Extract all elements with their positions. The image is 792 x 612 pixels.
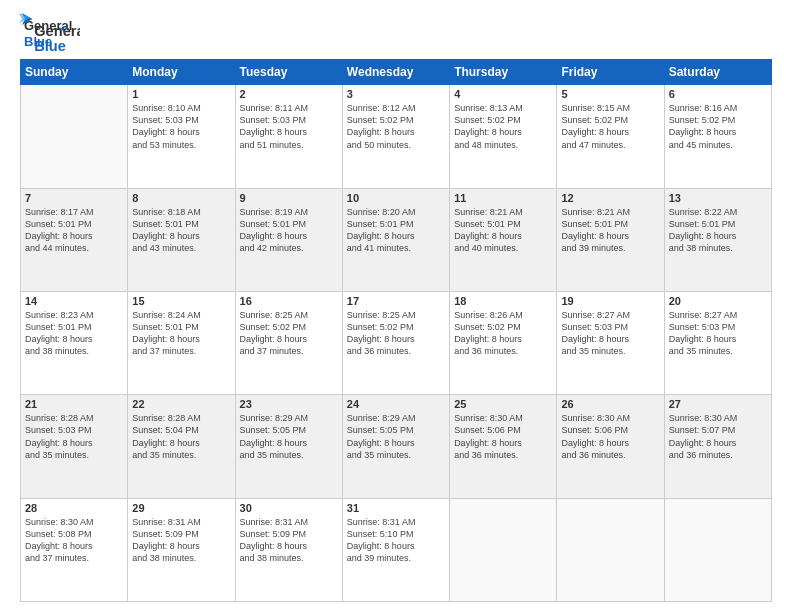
week-row-5: 28Sunrise: 8:30 AM Sunset: 5:08 PM Dayli…	[21, 498, 772, 601]
day-info: Sunrise: 8:27 AM Sunset: 5:03 PM Dayligh…	[561, 309, 659, 358]
day-number: 2	[240, 88, 338, 100]
calendar-cell: 27Sunrise: 8:30 AM Sunset: 5:07 PM Dayli…	[664, 395, 771, 498]
calendar-cell: 14Sunrise: 8:23 AM Sunset: 5:01 PM Dayli…	[21, 291, 128, 394]
day-number: 21	[25, 398, 123, 410]
calendar-cell: 12Sunrise: 8:21 AM Sunset: 5:01 PM Dayli…	[557, 188, 664, 291]
day-info: Sunrise: 8:31 AM Sunset: 5:09 PM Dayligh…	[240, 516, 338, 565]
calendar-cell: 5Sunrise: 8:15 AM Sunset: 5:02 PM Daylig…	[557, 85, 664, 188]
day-info: Sunrise: 8:18 AM Sunset: 5:01 PM Dayligh…	[132, 206, 230, 255]
calendar-cell: 3Sunrise: 8:12 AM Sunset: 5:02 PM Daylig…	[342, 85, 449, 188]
logo-icon: General Blue	[20, 18, 80, 54]
day-number: 29	[132, 502, 230, 514]
calendar-cell: 2Sunrise: 8:11 AM Sunset: 5:03 PM Daylig…	[235, 85, 342, 188]
day-info: Sunrise: 8:17 AM Sunset: 5:01 PM Dayligh…	[25, 206, 123, 255]
week-row-3: 14Sunrise: 8:23 AM Sunset: 5:01 PM Dayli…	[21, 291, 772, 394]
day-info: Sunrise: 8:27 AM Sunset: 5:03 PM Dayligh…	[669, 309, 767, 358]
col-header-thursday: Thursday	[450, 60, 557, 85]
day-info: Sunrise: 8:28 AM Sunset: 5:04 PM Dayligh…	[132, 412, 230, 461]
day-info: Sunrise: 8:19 AM Sunset: 5:01 PM Dayligh…	[240, 206, 338, 255]
day-info: Sunrise: 8:29 AM Sunset: 5:05 PM Dayligh…	[240, 412, 338, 461]
day-number: 11	[454, 192, 552, 204]
calendar-cell: 24Sunrise: 8:29 AM Sunset: 5:05 PM Dayli…	[342, 395, 449, 498]
day-number: 1	[132, 88, 230, 100]
day-info: Sunrise: 8:16 AM Sunset: 5:02 PM Dayligh…	[669, 102, 767, 151]
calendar-cell: 7Sunrise: 8:17 AM Sunset: 5:01 PM Daylig…	[21, 188, 128, 291]
col-header-wednesday: Wednesday	[342, 60, 449, 85]
day-number: 27	[669, 398, 767, 410]
calendar-cell: 15Sunrise: 8:24 AM Sunset: 5:01 PM Dayli…	[128, 291, 235, 394]
logo: General Blue General Blue	[20, 18, 34, 49]
calendar-cell: 25Sunrise: 8:30 AM Sunset: 5:06 PM Dayli…	[450, 395, 557, 498]
day-info: Sunrise: 8:11 AM Sunset: 5:03 PM Dayligh…	[240, 102, 338, 151]
day-number: 19	[561, 295, 659, 307]
calendar-cell: 23Sunrise: 8:29 AM Sunset: 5:05 PM Dayli…	[235, 395, 342, 498]
day-number: 9	[240, 192, 338, 204]
week-row-4: 21Sunrise: 8:28 AM Sunset: 5:03 PM Dayli…	[21, 395, 772, 498]
day-number: 30	[240, 502, 338, 514]
day-number: 18	[454, 295, 552, 307]
day-number: 10	[347, 192, 445, 204]
calendar-cell: 8Sunrise: 8:18 AM Sunset: 5:01 PM Daylig…	[128, 188, 235, 291]
day-number: 25	[454, 398, 552, 410]
day-number: 17	[347, 295, 445, 307]
col-header-saturday: Saturday	[664, 60, 771, 85]
day-number: 23	[240, 398, 338, 410]
day-number: 12	[561, 192, 659, 204]
day-info: Sunrise: 8:26 AM Sunset: 5:02 PM Dayligh…	[454, 309, 552, 358]
calendar-cell: 17Sunrise: 8:25 AM Sunset: 5:02 PM Dayli…	[342, 291, 449, 394]
day-number: 13	[669, 192, 767, 204]
week-row-2: 7Sunrise: 8:17 AM Sunset: 5:01 PM Daylig…	[21, 188, 772, 291]
calendar-cell: 13Sunrise: 8:22 AM Sunset: 5:01 PM Dayli…	[664, 188, 771, 291]
day-info: Sunrise: 8:30 AM Sunset: 5:07 PM Dayligh…	[669, 412, 767, 461]
header: General Blue General Blue	[20, 18, 772, 49]
day-number: 8	[132, 192, 230, 204]
col-header-sunday: Sunday	[21, 60, 128, 85]
day-info: Sunrise: 8:22 AM Sunset: 5:01 PM Dayligh…	[669, 206, 767, 255]
calendar-cell: 30Sunrise: 8:31 AM Sunset: 5:09 PM Dayli…	[235, 498, 342, 601]
day-number: 14	[25, 295, 123, 307]
calendar-cell: 9Sunrise: 8:19 AM Sunset: 5:01 PM Daylig…	[235, 188, 342, 291]
day-info: Sunrise: 8:31 AM Sunset: 5:10 PM Dayligh…	[347, 516, 445, 565]
day-info: Sunrise: 8:30 AM Sunset: 5:06 PM Dayligh…	[561, 412, 659, 461]
day-info: Sunrise: 8:31 AM Sunset: 5:09 PM Dayligh…	[132, 516, 230, 565]
day-info: Sunrise: 8:20 AM Sunset: 5:01 PM Dayligh…	[347, 206, 445, 255]
calendar-cell: 29Sunrise: 8:31 AM Sunset: 5:09 PM Dayli…	[128, 498, 235, 601]
calendar-cell	[21, 85, 128, 188]
day-number: 16	[240, 295, 338, 307]
day-number: 20	[669, 295, 767, 307]
day-info: Sunrise: 8:29 AM Sunset: 5:05 PM Dayligh…	[347, 412, 445, 461]
day-number: 6	[669, 88, 767, 100]
day-number: 26	[561, 398, 659, 410]
calendar-cell: 11Sunrise: 8:21 AM Sunset: 5:01 PM Dayli…	[450, 188, 557, 291]
day-number: 31	[347, 502, 445, 514]
day-number: 4	[454, 88, 552, 100]
calendar-table: SundayMondayTuesdayWednesdayThursdayFrid…	[20, 59, 772, 602]
calendar-cell: 1Sunrise: 8:10 AM Sunset: 5:03 PM Daylig…	[128, 85, 235, 188]
calendar-cell	[450, 498, 557, 601]
day-info: Sunrise: 8:24 AM Sunset: 5:01 PM Dayligh…	[132, 309, 230, 358]
day-number: 7	[25, 192, 123, 204]
calendar-cell: 10Sunrise: 8:20 AM Sunset: 5:01 PM Dayli…	[342, 188, 449, 291]
calendar-cell: 16Sunrise: 8:25 AM Sunset: 5:02 PM Dayli…	[235, 291, 342, 394]
day-number: 28	[25, 502, 123, 514]
day-info: Sunrise: 8:12 AM Sunset: 5:02 PM Dayligh…	[347, 102, 445, 151]
calendar-cell: 20Sunrise: 8:27 AM Sunset: 5:03 PM Dayli…	[664, 291, 771, 394]
calendar-cell: 26Sunrise: 8:30 AM Sunset: 5:06 PM Dayli…	[557, 395, 664, 498]
svg-text:Blue: Blue	[34, 38, 66, 54]
calendar-cell: 22Sunrise: 8:28 AM Sunset: 5:04 PM Dayli…	[128, 395, 235, 498]
calendar-cell: 18Sunrise: 8:26 AM Sunset: 5:02 PM Dayli…	[450, 291, 557, 394]
day-info: Sunrise: 8:21 AM Sunset: 5:01 PM Dayligh…	[561, 206, 659, 255]
calendar-cell: 21Sunrise: 8:28 AM Sunset: 5:03 PM Dayli…	[21, 395, 128, 498]
day-info: Sunrise: 8:25 AM Sunset: 5:02 PM Dayligh…	[347, 309, 445, 358]
calendar-cell: 19Sunrise: 8:27 AM Sunset: 5:03 PM Dayli…	[557, 291, 664, 394]
day-number: 3	[347, 88, 445, 100]
day-number: 5	[561, 88, 659, 100]
day-number: 15	[132, 295, 230, 307]
calendar-cell: 4Sunrise: 8:13 AM Sunset: 5:02 PM Daylig…	[450, 85, 557, 188]
header-row: SundayMondayTuesdayWednesdayThursdayFrid…	[21, 60, 772, 85]
day-number: 24	[347, 398, 445, 410]
calendar-cell	[557, 498, 664, 601]
calendar-cell: 31Sunrise: 8:31 AM Sunset: 5:10 PM Dayli…	[342, 498, 449, 601]
day-info: Sunrise: 8:23 AM Sunset: 5:01 PM Dayligh…	[25, 309, 123, 358]
day-info: Sunrise: 8:13 AM Sunset: 5:02 PM Dayligh…	[454, 102, 552, 151]
